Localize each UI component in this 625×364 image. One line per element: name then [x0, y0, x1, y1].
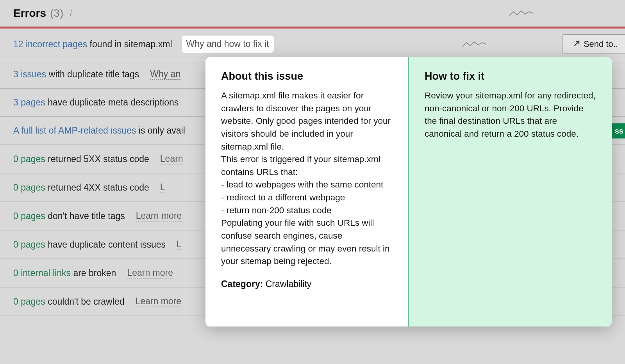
issue-lead: 3 pages have duplicate meta descriptions: [13, 97, 179, 108]
how-to-fix-panel: How to fix it Review your sitemap.xml fo…: [408, 57, 612, 327]
issue-text: are broken: [71, 268, 116, 278]
issue-link[interactable]: 0 pages: [13, 154, 45, 164]
errors-count: (3): [50, 7, 63, 20]
header-sparkline: [509, 9, 535, 18]
how-to-fix-body: Review your sitemap.xml for any redirect…: [425, 89, 596, 141]
issue-text: returned 5XX status code: [45, 154, 149, 164]
issue-info-popover: About this issue A sitemap.xml file make…: [205, 57, 612, 327]
issue-text: couldn't be crawled: [45, 296, 125, 307]
issue-lead: A full list of AMP-related issues is onl…: [13, 125, 185, 136]
about-issue-title: About this issue: [221, 70, 393, 82]
issue-link[interactable]: 0 pages: [13, 296, 45, 307]
issue-lead: 3 issues with duplicate title tags: [13, 69, 139, 80]
issue-text: is only avail: [136, 125, 185, 136]
issue-link[interactable]: 12 incorrect pages: [13, 39, 87, 49]
issue-lead: 0 pages couldn't be crawled: [13, 296, 124, 307]
why-how-fix-link[interactable]: Learn: [160, 153, 183, 164]
why-how-fix-link[interactable]: L: [160, 182, 165, 193]
errors-header: Errors (3) i: [0, 0, 625, 27]
issue-text: have duplicate meta descriptions: [45, 97, 179, 107]
why-how-fix-link[interactable]: Why an: [150, 69, 180, 80]
issue-lead: 0 pages have duplicate content issues: [13, 239, 166, 250]
info-icon[interactable]: i: [70, 8, 72, 18]
share-arrow-icon: [571, 40, 580, 48]
category-value: Crawlability: [266, 279, 312, 289]
issue-lead: 0 pages returned 5XX status code: [13, 154, 149, 164]
issue-text: returned 4XX status code: [45, 182, 149, 193]
issue-link[interactable]: 0 pages: [13, 182, 45, 193]
issue-lead: 12 incorrect pages found in sitemap.xml: [13, 39, 172, 50]
about-issue-panel: About this issue A sitemap.xml file make…: [205, 57, 408, 327]
issue-lead: 0 pages don't have title tags: [13, 211, 125, 221]
trend-sparkline: [462, 39, 488, 49]
issue-link[interactable]: 3 pages: [13, 97, 45, 107]
category-label: Category:: [221, 279, 263, 289]
how-to-fix-title: How to fix it: [425, 70, 596, 82]
issue-link[interactable]: A full list of AMP-related issues: [13, 125, 136, 136]
issue-category: Category: Crawlability: [221, 279, 393, 289]
issue-link[interactable]: 0 pages: [13, 239, 45, 250]
why-how-fix-link[interactable]: Learn more: [135, 296, 181, 307]
about-issue-body: A sitemap.xml file makes it easier for c…: [221, 89, 393, 268]
issue-text: found in sitemap.xml: [87, 39, 172, 49]
issue-link[interactable]: 0 pages: [13, 211, 45, 221]
errors-title: Errors: [13, 7, 46, 20]
issue-text: don't have title tags: [45, 211, 125, 221]
issue-row: 12 incorrect pages found in sitemap.xmlW…: [0, 29, 625, 60]
why-how-fix-link[interactable]: Why and how to fix it: [183, 37, 272, 51]
issue-text: with duplicate title tags: [46, 69, 139, 79]
issue-lead: 0 internal links are broken: [13, 268, 116, 278]
site-audit-errors-panel: Errors (3) i 12 incorrect pages found in…: [0, 0, 625, 364]
issue-lead: 0 pages returned 4XX status code: [13, 182, 149, 193]
issue-link[interactable]: 3 issues: [13, 69, 46, 79]
issue-link[interactable]: 0 internal links: [13, 268, 71, 278]
why-how-fix-link[interactable]: L: [177, 239, 182, 250]
send-to-label: Send to..: [584, 39, 618, 49]
issue-text: have duplicate content issues: [45, 239, 166, 250]
why-how-fix-link[interactable]: Learn more: [127, 268, 173, 278]
why-how-fix-link[interactable]: Learn more: [136, 211, 182, 221]
business-badge-partial: ss: [611, 123, 625, 138]
send-to-button[interactable]: Send to..: [562, 34, 625, 54]
